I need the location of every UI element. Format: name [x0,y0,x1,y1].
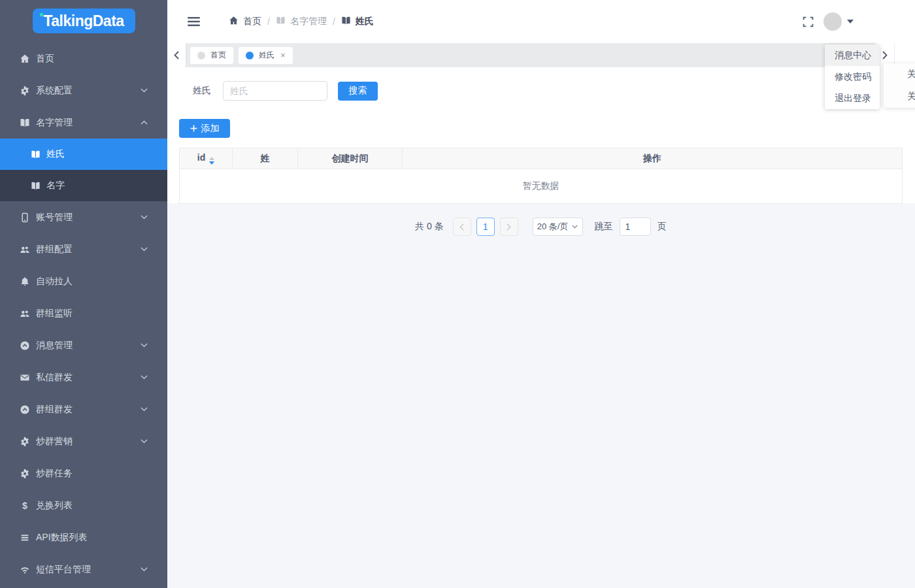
menu-item-logout[interactable]: 退出登录 [825,88,880,109]
book-icon [30,149,41,159]
close-icon[interactable]: × [280,51,286,59]
empty-state-text: 暂无数据 [180,169,903,204]
pagination: 共 0 条 1 20 条/页 跳至 页 [415,218,667,236]
sidebar-item-surname[interactable]: 姓氏 [0,139,167,170]
pagination-total: 共 0 条 [415,221,444,233]
fullscreen-icon[interactable] [802,16,814,28]
book-icon [276,16,286,27]
sidebar-item-auto-invite[interactable]: 自动拉人 [0,265,167,297]
sidebar-item-label: 消息管理 [36,340,73,351]
breadcrumb-item-name-management[interactable]: 名字管理 [276,16,327,27]
search-button[interactable]: 搜索 [338,82,378,101]
sort-icon[interactable] [209,157,214,165]
sidebar-item-label: 私信群发 [36,372,73,384]
avatar-dropdown-caret-icon[interactable] [847,20,854,24]
current-page-button[interactable]: 1 [476,218,495,236]
sidebar-item-label: 账号管理 [36,212,73,223]
sidebar-item-label: 兑换列表 [36,500,73,512]
phone-icon [20,212,30,223]
dollar-icon: $ [20,500,30,511]
page-size-label: 20 条/页 [537,221,569,233]
jump-prefix-label: 跳至 [595,221,613,233]
gear-icon [20,468,30,479]
menu-item-change-password[interactable]: 修改密码 [825,66,880,88]
tab-home[interactable]: 首页 [190,47,233,64]
page-size-select[interactable]: 20 条/页 [533,218,583,236]
tab-surname[interactable]: 姓氏 × [239,47,293,64]
header-right [802,0,854,43]
breadcrumb-label: 名字管理 [290,16,327,27]
sidebar: TalkingData 首页 系统配置 名字管理 姓氏 [0,0,167,588]
column-header-actions: 操作 [403,148,903,169]
chevron-down-icon [141,247,148,252]
tabbar: 首页 姓氏 × [167,43,915,67]
sidebar-item-message-management[interactable]: 消息管理 [0,329,167,361]
sidebar-item-firstname[interactable]: 名字 [0,170,167,201]
hamburger-menu-icon[interactable] [188,16,200,27]
home-icon [20,54,30,64]
breadcrumb-item-surname: 姓氏 [341,16,374,27]
gear-icon [20,86,30,96]
chevron-down-icon [141,407,148,412]
sidebar-item-label: 群组配置 [36,244,73,255]
breadcrumb: 首页 / 名字管理 / 姓氏 [229,16,374,27]
sidebar-item-group-marketing[interactable]: 炒群营销 [0,425,167,457]
sidebar-item-label: 炒群营销 [36,436,73,448]
breadcrumb-label: 姓氏 [356,16,374,27]
tab-label: 首页 [210,50,226,61]
main-content: 姓氏 搜索 添加 id 姓 创建时间 操作 [167,67,915,588]
sidebar-item-exchange-list[interactable]: $ 兑换列表 [0,489,167,521]
sidebar-item-sms-platform[interactable]: 短信平台管理 [0,553,167,585]
sidebar-item-label: 群组监听 [36,308,73,319]
circle-up-icon [20,404,30,415]
jump-page-input[interactable] [620,218,651,236]
table-empty-row: 暂无数据 [180,169,903,204]
sidebar-item-group-monitor[interactable]: 群组监听 [0,297,167,329]
tab-strip: 首页 姓氏 × [186,43,874,67]
sidebar-item-system-config[interactable]: 系统配置 [0,74,167,106]
prev-page-button[interactable] [453,218,471,236]
user-dropdown-menu: 消息中心 修改密码 退出登录 [825,44,880,109]
sidebar-item-home[interactable]: 首页 [0,42,167,74]
logo[interactable]: TalkingData [33,8,135,33]
add-button[interactable]: 添加 [179,119,230,138]
sidebar-item-group-tasks[interactable]: 炒群任务 [0,457,167,489]
list-icon [20,532,30,543]
book-icon [20,118,30,128]
logo-dot-icon [40,13,43,16]
tab-scroll-left-button[interactable] [167,43,186,67]
breadcrumb-separator: / [333,16,335,27]
home-icon [229,16,239,27]
sidebar-item-group-broadcast[interactable]: 群组群发 [0,393,167,425]
breadcrumb-item-home[interactable]: 首页 [229,16,261,27]
plus-icon [190,125,197,132]
sidebar-item-dm-broadcast[interactable]: 私信群发 [0,361,167,393]
sidebar-item-label: 炒群任务 [36,468,73,480]
sidebar-item-account-management[interactable]: 账号管理 [0,201,167,233]
menu-item-message-center[interactable]: 消息中心 [825,44,880,66]
menu-item-close-partial[interactable]: 关 [884,86,915,108]
column-header-label: id [197,152,205,163]
search-input[interactable] [223,81,327,101]
sidebar-item-name-management[interactable]: 名字管理 [0,106,167,139]
jump-suffix-label: 页 [657,221,667,233]
sidebar-nav: 首页 系统配置 名字管理 姓氏 名字 [0,42,167,585]
avatar[interactable] [824,12,842,31]
svg-text:$: $ [22,500,27,511]
sidebar-item-label: 群组群发 [36,404,73,416]
wifi-icon [20,564,30,575]
chevron-down-icon [141,439,148,444]
tab-context-menu-partial: 关 关 [884,63,915,108]
chevron-up-icon [141,120,148,125]
sidebar-item-label: API数据列表 [36,532,88,544]
sidebar-item-api-data-list[interactable]: API数据列表 [0,521,167,553]
chevron-down-icon [141,343,148,348]
search-form: 姓氏 搜索 [193,81,378,101]
circle-up-icon [20,340,30,351]
column-header-id[interactable]: id [180,148,233,169]
breadcrumb-separator: / [267,16,270,27]
sidebar-item-group-config[interactable]: 群组配置 [0,233,167,265]
menu-item-close-partial[interactable]: 关 [884,63,915,86]
sidebar-item-label: 首页 [36,53,54,65]
next-page-button[interactable] [500,218,518,236]
